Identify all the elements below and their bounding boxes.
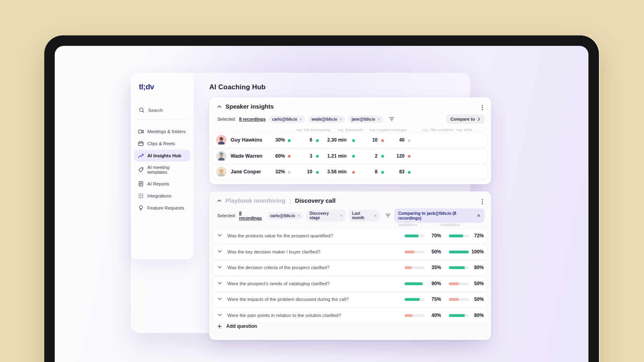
chevron-down-icon[interactable]	[218, 298, 222, 300]
filter-chip-jane[interactable]: jane@tldv.io×	[348, 115, 383, 123]
progress-value-left: 40%	[426, 309, 441, 322]
sidebar-item-ai-meeting-templates[interactable]: AI meeting templates	[134, 162, 190, 178]
table-row-guy-hawkins[interactable]: Guy Hawkins 30% 6 2.30 min 10 40	[213, 133, 488, 148]
avatar	[216, 167, 227, 177]
chevron-down-icon[interactable]	[218, 266, 222, 268]
chevron-down-icon[interactable]	[218, 282, 222, 284]
close-icon[interactable]: ×	[297, 214, 300, 218]
panel-title-muted: Playbook monitoring	[225, 197, 285, 204]
filter-funnel-icon[interactable]	[389, 117, 394, 121]
column-header-filler: Avg. Filler words/min	[422, 128, 454, 132]
avatar	[216, 151, 227, 161]
sidebar-item-label: Feature Requests	[147, 206, 184, 210]
questions-value: 10	[292, 165, 312, 179]
chevron-down-icon[interactable]	[218, 234, 222, 237]
filter-chip-wade[interactable]: wade@tldv.io×	[308, 115, 345, 123]
close-icon[interactable]: ×	[299, 117, 302, 121]
sidebar-item-feature-requests[interactable]: Feature Requests	[134, 202, 190, 214]
question-row[interactable]: Was the decision criteria of the prospec…	[213, 260, 488, 276]
speaker-name: Jane Cooper	[231, 165, 261, 179]
table-row-wade-warren[interactable]: Wade Warren 60% 3 1.21 min 2 120	[213, 149, 488, 164]
status-dot	[288, 171, 291, 174]
template-tag-icon	[138, 167, 144, 173]
question-row[interactable]: Was the products value for the prospect …	[213, 228, 488, 244]
close-icon[interactable]: ×	[340, 214, 343, 218]
sidebar-item-integrations[interactable]: Integrations	[134, 190, 190, 202]
question-row[interactable]: Was the key decision maker / buyer clari…	[213, 245, 488, 260]
question-text: Was the key decision maker / buyer clari…	[227, 245, 320, 259]
playbook-monitoring-panel: Playbook monitoring | Discovery call Sel…	[209, 191, 491, 340]
speaker-insights-panel: Speaker insights Selected: 8 recordings …	[209, 97, 491, 184]
playbook-filter-row: Selected: 8 recordings carlo@tldv.io× Di…	[209, 204, 491, 223]
collapse-chevron-up-icon[interactable]	[217, 105, 221, 108]
filter-chip-carlo[interactable]: carlo@tldv.io×	[269, 115, 305, 123]
chip-label: carlo@tldv.io	[272, 117, 297, 121]
question-text: Were the impacts of the problem discusse…	[227, 292, 349, 306]
table-row-jane-cooper[interactable]: Jane Cooper 32% 10 3.56 min 8 83	[213, 165, 488, 180]
sidebar-menu: Meetings & folders Clips & Reels AI Insi…	[131, 125, 194, 214]
progress-bar-left	[405, 282, 425, 285]
close-icon[interactable]: ×	[340, 117, 342, 121]
question-row[interactable]: Were the pain points in relation to the …	[213, 308, 488, 323]
report-document-icon	[138, 181, 144, 187]
question-row[interactable]: Were the prospect's needs of cataloging …	[213, 276, 488, 292]
filter-funnel-icon[interactable]	[385, 214, 391, 218]
question-text: Were the pain points in relation to the …	[227, 309, 341, 322]
laptop-frame: tl;dv Search Meetings & folders	[44, 35, 599, 362]
column-header-carlo: Carlo@tldv.io	[432, 223, 468, 227]
sidebar-item-label: AI Insights Hub	[147, 153, 181, 158]
chevron-down-icon[interactable]	[218, 314, 222, 316]
compare-to-button[interactable]: Compare to	[446, 114, 485, 124]
column-header-questions: Avg. Questions/h	[337, 128, 363, 132]
wpm-value: 40	[380, 133, 405, 147]
status-dot	[288, 139, 291, 142]
speaker-rows: Guy Hawkins 30% 6 2.30 min 10 40 Wade Wa…	[213, 133, 488, 181]
avatar	[216, 135, 227, 145]
close-icon[interactable]: ×	[378, 117, 380, 121]
progress-bar-left	[405, 251, 425, 253]
marketing-scene: tl;dv Search Meetings & folders	[0, 0, 644, 362]
sidebar-item-label: Integrations	[147, 193, 171, 198]
selected-recordings-link[interactable]: 8 recordings	[239, 117, 266, 121]
collapse-chevron-up-icon[interactable]	[217, 200, 221, 202]
status-dot	[288, 155, 291, 158]
sidebar-item-ai-insights-hub[interactable]: AI Insights Hub	[134, 150, 190, 162]
selected-recordings-link[interactable]: 8 recordings	[239, 211, 264, 220]
sidebar-item-label: Meetings & folders	[147, 129, 186, 134]
lightbulb-icon	[138, 205, 144, 211]
status-dot	[408, 139, 411, 142]
chip-label: carlo@tldv.io	[270, 214, 295, 218]
close-icon[interactable]: ✕	[477, 213, 481, 218]
question-row[interactable]: Were the impacts of the problem discusse…	[213, 292, 488, 307]
sidebar-divider	[136, 119, 189, 120]
questions-value: 6	[292, 133, 312, 147]
compare-to-label: Compare to	[450, 117, 475, 121]
add-question-button[interactable]: Add question	[217, 323, 257, 329]
sidebar-item-label: AI Reports	[147, 181, 169, 186]
kebab-menu-icon[interactable]	[480, 104, 485, 113]
progress-bar-right	[449, 282, 469, 285]
kebab-menu-icon[interactable]	[480, 198, 485, 207]
chevron-down-icon[interactable]	[218, 250, 222, 253]
filter-chip-discovery-stage[interactable]: Discovery stage×	[306, 210, 346, 222]
panel-title: Speaker insights	[225, 103, 274, 110]
filter-chip-last-month[interactable]: Last month×	[349, 210, 380, 222]
progress-bar-right	[449, 266, 469, 269]
sidebar-item-clips-reels[interactable]: Clips & Reels	[134, 138, 190, 150]
wpm-value: 120	[380, 149, 405, 163]
wpm-value: 83	[380, 165, 405, 179]
selected-label: Selected:	[217, 213, 236, 218]
status-dot	[408, 171, 411, 174]
search-input[interactable]: Search	[139, 107, 186, 113]
filter-chip-carlo[interactable]: carlo@tldv.io×	[267, 212, 303, 220]
tldv-logo: tl;dv	[131, 73, 194, 91]
comparing-chip[interactable]: Comparing to jack@tldv.io (8 recordings)…	[394, 208, 485, 223]
progress-bar-right	[449, 314, 469, 317]
chip-label: jane@tldv.io	[351, 117, 375, 121]
progress-value-right: 50%	[469, 277, 484, 290]
sidebar-item-ai-reports[interactable]: AI Reports	[134, 178, 190, 190]
progress-bar-left	[405, 266, 425, 269]
close-icon[interactable]: ×	[374, 214, 376, 218]
sidebar-item-meetings-folders[interactable]: Meetings & folders	[134, 125, 190, 138]
chip-label: Last month	[352, 211, 372, 220]
